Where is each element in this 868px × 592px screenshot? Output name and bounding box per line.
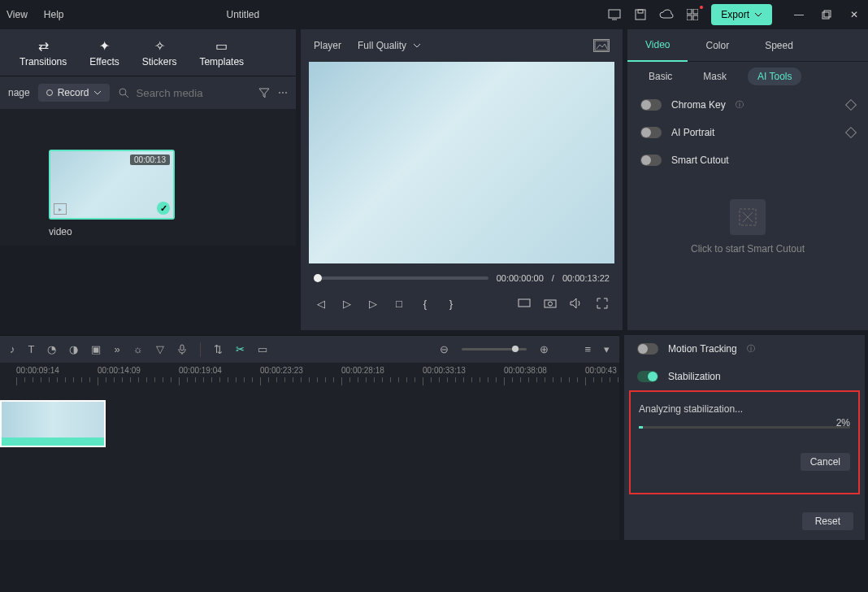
svg-point-15 — [549, 302, 553, 306]
save-icon[interactable] — [633, 7, 648, 22]
split-icon[interactable]: ✂ — [236, 343, 245, 355]
svg-rect-3 — [638, 10, 643, 13]
sun-icon[interactable]: ☼ — [133, 343, 143, 355]
smartcutout-placeholder-icon[interactable] — [730, 199, 766, 235]
timeline-ruler[interactable]: 00:00:09:1400:00:14:0900:00:19:0400:00:2… — [0, 363, 619, 390]
text-icon[interactable]: T — [28, 343, 35, 355]
help-icon[interactable]: ⓘ — [736, 99, 744, 111]
video-preview[interactable] — [309, 62, 614, 263]
menu-help[interactable]: Help — [44, 9, 64, 20]
play-icon[interactable]: ▷ — [340, 296, 354, 311]
record-button[interactable]: Record — [38, 84, 111, 102]
keyframe-icon[interactable] — [845, 127, 857, 138]
help-icon[interactable]: ⓘ — [747, 343, 755, 355]
mark-in-icon[interactable]: { — [418, 296, 432, 311]
chevron-down-icon[interactable]: ▾ — [604, 343, 610, 355]
snapshot-icon[interactable] — [593, 39, 610, 52]
mic-icon[interactable] — [177, 344, 187, 355]
export-button[interactable]: Export — [711, 4, 772, 25]
prop-ai-portrait: AI Portrait — [627, 119, 868, 146]
ruler-label: 00:00:28:18 — [341, 366, 384, 375]
prop-smart-cutout: Smart Cutout — [627, 146, 868, 174]
aiportrait-toggle[interactable] — [640, 127, 662, 138]
palette-icon[interactable]: ◑ — [69, 343, 78, 355]
playlist-icon: ▸ — [54, 203, 67, 215]
svg-rect-8 — [824, 11, 831, 17]
maximize-button[interactable] — [819, 7, 834, 22]
music-icon[interactable]: ♪ — [10, 343, 15, 355]
speed-icon[interactable]: ◔ — [47, 343, 56, 355]
ruler-label: 00:00:14:09 — [98, 366, 141, 375]
player-label: Player — [314, 40, 341, 51]
smartcutout-toggle[interactable] — [640, 155, 662, 166]
filter-icon[interactable] — [258, 87, 270, 98]
chevron-down-icon — [93, 90, 102, 95]
menu-view[interactable]: View — [7, 9, 28, 20]
motiontracking-toggle[interactable] — [637, 343, 658, 355]
close-button[interactable]: ✕ — [847, 7, 861, 22]
templates-tab[interactable]: ▭Templates — [199, 38, 244, 67]
subtab-aitools[interactable]: AI Tools — [748, 67, 801, 85]
chroma-toggle[interactable] — [640, 99, 662, 111]
list-icon[interactable]: ≡ — [584, 343, 591, 355]
timeline-clip[interactable] — [0, 400, 106, 447]
check-icon: ✓ — [157, 202, 170, 215]
camera-icon[interactable] — [543, 296, 558, 311]
svg-rect-5 — [693, 9, 698, 14]
svg-rect-13 — [519, 299, 530, 307]
clip-duration: 00:00:13 — [130, 155, 170, 165]
media-clip[interactable]: 00:00:13 ▸ ✓ — [49, 150, 175, 220]
scrub-bar[interactable] — [314, 276, 488, 280]
volume-icon[interactable] — [569, 296, 584, 311]
record-icon — [46, 89, 53, 96]
quality-dropdown[interactable]: Full Quality — [358, 40, 421, 51]
tab-video[interactable]: Video — [627, 29, 688, 62]
search-input[interactable] — [136, 87, 250, 99]
stabilization-toggle[interactable] — [637, 371, 658, 382]
transitions-tab[interactable]: ⇄Transitions — [20, 38, 67, 67]
zoom-slider[interactable] — [462, 348, 527, 350]
marker-icon[interactable]: ▽ — [156, 343, 164, 355]
tab-speed[interactable]: Speed — [747, 40, 811, 51]
effects-tab[interactable]: ✦Effects — [89, 38, 119, 67]
stop-icon[interactable]: □ — [392, 296, 406, 311]
clip-audio-bar — [2, 437, 104, 446]
scrub-thumb[interactable] — [314, 274, 322, 282]
search-icon — [118, 87, 129, 98]
more-icon[interactable]: ⋯ — [278, 87, 288, 98]
fullscreen-icon[interactable] — [595, 296, 610, 311]
subtab-basic[interactable]: Basic — [639, 67, 682, 85]
aspect-icon[interactable]: ▭ — [258, 343, 267, 355]
svg-rect-4 — [687, 9, 692, 14]
svg-rect-17 — [180, 345, 184, 350]
monitor-icon[interactable] — [607, 7, 622, 22]
svg-point-10 — [119, 89, 126, 95]
timecode-current: 00:00:00:00 — [497, 273, 544, 283]
timeline-tracks[interactable] — [0, 390, 619, 540]
timecode-sep: / — [552, 273, 554, 283]
step-back-icon[interactable]: ◁ — [314, 296, 328, 311]
keyframe-icon[interactable] — [845, 99, 857, 111]
crop-icon[interactable]: ▣ — [91, 343, 101, 355]
apps-icon[interactable] — [685, 7, 700, 22]
stickers-tab[interactable]: ✧Stickers — [142, 38, 177, 67]
mark-out-icon[interactable]: } — [444, 296, 458, 311]
stabilization-label: Stabilization — [668, 371, 721, 382]
zoom-in-icon[interactable]: ⊕ — [540, 343, 549, 355]
cancel-button[interactable]: Cancel — [801, 453, 850, 471]
display-icon[interactable] — [517, 296, 532, 311]
subtab-mask[interactable]: Mask — [693, 67, 736, 85]
stabilization-progress-box: Analyzing stabilization... 2% Cancel — [629, 390, 860, 494]
notification-dot — [700, 6, 703, 9]
cloud-icon[interactable] — [659, 7, 674, 22]
sort-icon[interactable]: ⇅ — [214, 343, 223, 355]
ruler-label: 00:00:43 — [585, 366, 617, 375]
project-title: Untitled — [226, 9, 259, 20]
more-arrow-icon[interactable]: » — [114, 343, 119, 355]
minimize-button[interactable]: — — [792, 7, 806, 22]
tab-color[interactable]: Color — [688, 40, 747, 51]
clip-label: video — [49, 226, 288, 237]
reset-button[interactable]: Reset — [802, 512, 853, 530]
step-forward-icon[interactable]: ▷ — [366, 296, 380, 311]
zoom-out-icon[interactable]: ⊖ — [440, 343, 449, 355]
